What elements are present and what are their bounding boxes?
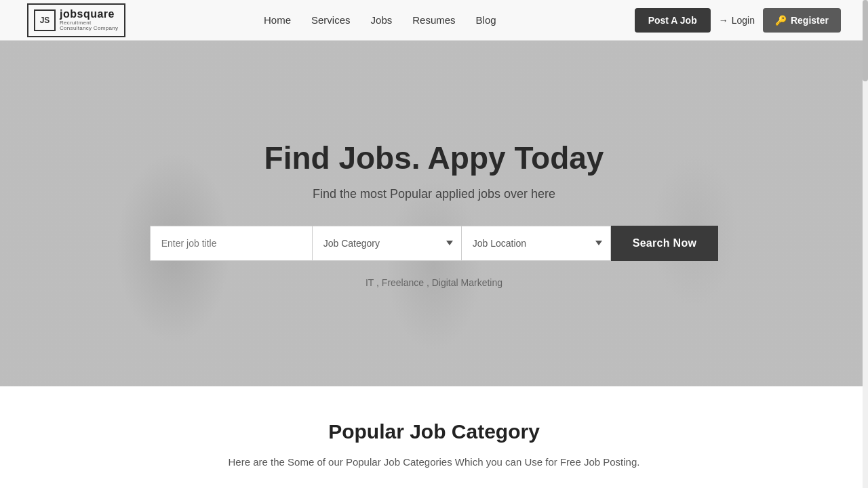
register-label: Register bbox=[791, 15, 829, 26]
nav-link-resumes[interactable]: Resumes bbox=[412, 14, 455, 26]
login-arrow-icon: → bbox=[719, 15, 728, 26]
job-category-select[interactable]: Job Category bbox=[313, 226, 462, 261]
popular-subtitle: Here are the Some of our Popular Job Cat… bbox=[27, 454, 841, 470]
nav-item-jobs[interactable]: Jobs bbox=[371, 14, 393, 26]
logo-text: jobsquare Recruitment Consultancy Compan… bbox=[60, 8, 119, 32]
logo-tagline: Recruitment Consultancy Company bbox=[60, 20, 119, 33]
nav-item-resumes[interactable]: Resumes bbox=[412, 14, 455, 26]
hero-content: Find Jobs. Appy Today Find the most Popu… bbox=[0, 140, 868, 288]
popular-section: Popular Job Category Here are the Some o… bbox=[0, 386, 868, 488]
popular-title: Popular Job Category bbox=[27, 420, 841, 443]
hero-tags: IT , Freelance , Digital Marketing bbox=[0, 277, 868, 288]
nav-item-blog[interactable]: Blog bbox=[476, 14, 496, 26]
job-location-select[interactable]: Job Location bbox=[462, 226, 611, 261]
nav-link-blog[interactable]: Blog bbox=[476, 14, 496, 26]
logo-initials: JS bbox=[34, 9, 56, 31]
navbar: JS jobsquare Recruitment Consultancy Com… bbox=[0, 0, 868, 41]
job-title-input[interactable] bbox=[150, 226, 313, 261]
search-bar: Job Category Job Location Search Now bbox=[0, 226, 868, 261]
logo: JS jobsquare Recruitment Consultancy Com… bbox=[27, 3, 125, 37]
nav-links: Home Services Jobs Resumes Blog bbox=[264, 14, 496, 26]
scrollbar-track[interactable] bbox=[863, 0, 868, 488]
nav-item-home[interactable]: Home bbox=[264, 14, 291, 26]
hero-title: Find Jobs. Appy Today bbox=[0, 140, 868, 176]
nav-item-services[interactable]: Services bbox=[311, 14, 351, 26]
nav-link-jobs[interactable]: Jobs bbox=[371, 14, 393, 26]
nav-link-services[interactable]: Services bbox=[311, 14, 351, 26]
register-button[interactable]: 🔑 Register bbox=[763, 8, 841, 33]
post-job-button[interactable]: Post A Job bbox=[635, 8, 711, 33]
search-now-button[interactable]: Search Now bbox=[611, 226, 719, 261]
key-icon: 🔑 bbox=[775, 15, 787, 26]
login-label: Login bbox=[732, 15, 755, 26]
hero-section: Find Jobs. Appy Today Find the most Popu… bbox=[0, 41, 868, 386]
hero-subtitle: Find the most Popular applied jobs over … bbox=[0, 187, 868, 201]
nav-right: Post A Job → Login 🔑 Register bbox=[635, 8, 841, 33]
nav-link-home[interactable]: Home bbox=[264, 14, 291, 26]
login-button[interactable]: → Login bbox=[719, 15, 755, 26]
logo-box: JS jobsquare Recruitment Consultancy Com… bbox=[27, 3, 125, 37]
logo-name: jobsquare bbox=[60, 8, 119, 20]
scrollbar-thumb[interactable] bbox=[863, 0, 868, 81]
